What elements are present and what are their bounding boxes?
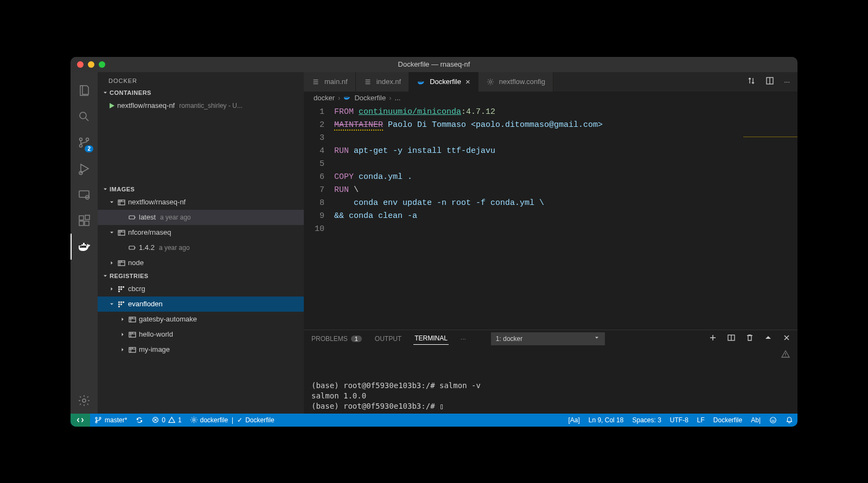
minimap[interactable] [743,105,797,137]
case-button[interactable]: [Aa] [564,414,584,427]
settings-tab[interactable] [71,388,98,414]
editor-tab[interactable]: nextflow.config [478,72,553,92]
tag-icon [127,213,138,222]
output-tab[interactable]: OUTPUT [374,333,403,345]
svg-rect-9 [85,221,89,226]
explorer-tab[interactable] [71,78,98,104]
registry-row[interactable]: cbcrg [98,281,304,297]
remote-tab[interactable] [71,182,98,208]
svg-rect-23 [118,301,120,303]
terminal[interactable]: (base) root@0f5930e103b3:/# salmon -vsal… [304,347,797,414]
image-icon [116,228,127,237]
editor-tab[interactable]: index.nf [356,72,410,92]
split-terminal-icon[interactable] [727,333,736,344]
error-icon [152,416,159,423]
image-tag-row[interactable]: latesta year ago [98,210,304,225]
scm-tab[interactable]: 2 [71,130,98,156]
code-editor[interactable]: 12345678910 FROM continuumio/miniconda:4… [304,105,797,330]
warning-count: 1 [178,416,182,424]
search-tab[interactable] [71,104,98,130]
registries-header[interactable]: REGISTRIES [98,271,304,281]
image-icon [116,259,127,267]
eol-button[interactable]: LF [693,414,709,427]
minimize-window-button[interactable] [88,61,94,68]
chevron-right-icon [118,346,127,353]
terminal-select[interactable]: 1: docker [491,332,605,345]
registry-repo-row[interactable]: gatesby-automake [98,312,304,327]
maximize-panel-icon[interactable] [764,333,773,344]
run-tab[interactable] [71,156,98,182]
docker-icon [343,93,351,102]
warning-icon [168,416,175,423]
terminal-select-label: 1: docker [496,335,522,343]
containers-header[interactable]: CONTAINERS [98,87,304,98]
files-icon [78,84,91,97]
split-editor-icon[interactable] [765,76,774,87]
chevron-down-icon [101,273,110,279]
feedback-button[interactable] [765,414,781,427]
panel-more-icon[interactable]: ··· [459,333,467,345]
new-terminal-icon[interactable] [709,333,717,344]
close-window-button[interactable] [77,61,84,68]
breadcrumb[interactable]: docker › Dockerfile › ... [304,92,797,105]
images-header[interactable]: IMAGES [98,184,304,195]
svg-point-3 [86,138,89,140]
image-row[interactable]: node [98,255,304,271]
chevron-right-icon [107,260,116,266]
activity-bar: 2 [71,72,98,414]
trash-icon[interactable] [745,333,754,344]
remote-button[interactable] [71,414,90,427]
cursor-pos-button[interactable]: Ln 9, Col 18 [584,414,628,427]
spaces-button[interactable]: Spaces: 3 [628,414,665,427]
editor-tab[interactable]: Dockerfile× [409,72,478,92]
docker-tab[interactable] [71,234,98,260]
svg-rect-27 [120,304,122,305]
lang-mode-button[interactable]: Dockerfile [709,414,746,427]
breadcrumb-part[interactable]: ... [395,94,401,102]
remote-icon [76,416,84,424]
more-icon[interactable]: ··· [784,78,790,86]
svg-point-32 [489,80,492,82]
breadcrumb-part[interactable]: Dockerfile [354,94,386,102]
svg-rect-24 [120,301,122,303]
compare-icon[interactable] [747,76,756,87]
docker-icon [78,240,91,253]
panel-header: PROBLEMS 1 OUTPUT TERMINAL ··· 1: docker [304,330,797,347]
code-content[interactable]: FROM continuumio/miniconda:4.7.12MAINTAI… [334,105,797,330]
extensions-tab[interactable] [71,208,98,234]
svg-point-1 [80,138,82,140]
registry-row[interactable]: evanfloden [98,297,304,312]
registry-repo-row[interactable]: my-image [98,342,304,357]
editor-tabs: main.nfindex.nfDockerfile×nextflow.confi… [304,72,797,92]
container-row[interactable]: nextflow/rnaseq-nf romantic_shirley - U.… [98,98,304,113]
warning-icon[interactable] [781,350,790,361]
problems-button[interactable]: 0 1 [148,414,186,427]
chevron-down-icon [101,89,110,96]
image-tag-row[interactable]: 1.4.2a year ago [98,240,304,255]
close-panel-icon[interactable] [782,333,791,344]
lang-server-button[interactable]: dockerfile | ✓ Dockerfile [186,414,279,427]
image-row[interactable]: nfcore/rnaseq [98,225,304,240]
bell-button[interactable] [781,414,797,427]
registry-repo-row[interactable]: hello-world [98,327,304,342]
svg-point-40 [770,417,776,423]
line-gutter: 12345678910 [304,105,334,330]
sync-button[interactable] [131,414,148,427]
branch-name: master* [105,416,127,424]
bottom-panel: PROBLEMS 1 OUTPUT TERMINAL ··· 1: docker [304,330,797,414]
tab-moves-button[interactable]: Ab| [746,414,765,427]
registry-name: evanfloden [128,300,163,308]
problems-tab[interactable]: PROBLEMS 1 [310,333,363,345]
terminal-tab[interactable]: TERMINAL [413,332,449,345]
tab-label: index.nf [376,78,401,86]
editor-tab[interactable]: main.nf [304,72,356,92]
encoding-button[interactable]: UTF-8 [666,414,693,427]
close-tab-icon[interactable]: × [465,77,470,86]
image-row[interactable]: nextflow/rnaseq-nf [98,195,304,210]
breadcrumb-part[interactable]: docker [314,94,335,102]
svg-rect-26 [118,304,120,305]
chevron-down-icon [107,199,116,205]
check-icon: ✓ [237,416,242,424]
maximize-window-button[interactable] [99,61,105,68]
branch-button[interactable]: master* [90,414,131,427]
